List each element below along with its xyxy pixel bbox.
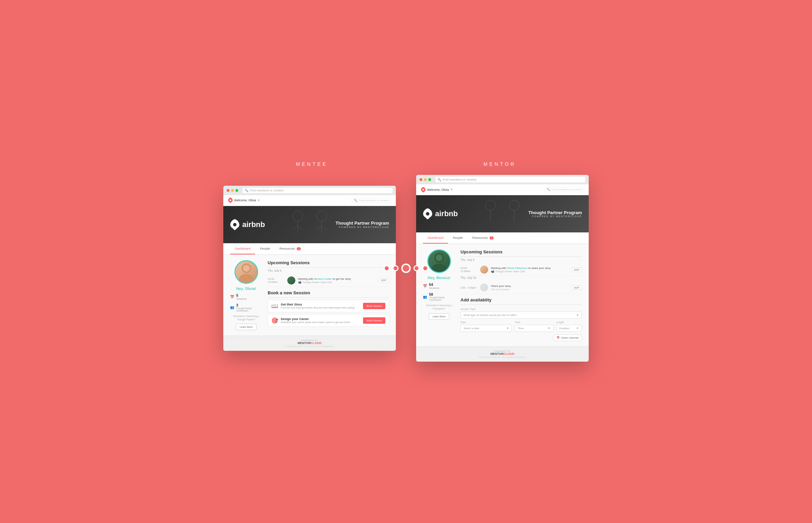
sidebar-mentor: Hey, Monica! 📅 64 Sessions 👥 58 Thought … (423, 249, 455, 341)
hero-content-mentee: airbnb Thought Partner Program POWERED B… (230, 219, 389, 230)
availability-section-mentor: Add availablity Session Type What type o… (461, 297, 582, 341)
people-icon-mentor: 👥 (423, 295, 427, 299)
airbnb-wordmark-mentee: airbnb (242, 220, 265, 229)
svg-point-16 (432, 264, 447, 272)
footer-mentor: POWERED BY MENTORCLOUD © MENTORCLOUD 201… (416, 346, 589, 362)
nav-search-mentee[interactable]: 🔍 Find members or content (351, 198, 391, 203)
time-select[interactable]: Time ▼ (515, 325, 553, 332)
footer-brand-mentor: MENTORCLOUD (419, 352, 585, 356)
app-nav-mentee: Welcome, Olivia ▼ 🔍 Find members or cont… (223, 195, 396, 206)
share-calendar-btn[interactable]: 📅 Share Calendar (554, 335, 582, 341)
connector-dot-1 (384, 265, 390, 271)
tab-people-mentee[interactable]: People (255, 243, 275, 254)
mentor-browser-dot-red (419, 178, 422, 181)
tab-resources-mentee[interactable]: Resources 1 (275, 243, 306, 254)
book-title-mentee: Book a new Session (268, 290, 389, 298)
edit-btn-mentor-0[interactable]: EDIT (572, 268, 582, 272)
session-card-mentee-0: 📖 Get their Story Find out how they got … (268, 300, 389, 312)
hero-logo-mentee: airbnb (230, 219, 265, 230)
session-type-group: Session Type What type of session would … (461, 307, 582, 319)
right-content-mentee: Upcoming Sessions Thu, July 6 10:00 - 11… (268, 260, 389, 330)
right-content-mentor: Upcoming Sessions Thu, July 6 10:00 - 11… (461, 249, 582, 341)
connector-dot-5 (422, 265, 428, 271)
browser-dot-red (227, 189, 229, 192)
browser-url-mentor: 🔍 Find members or content (435, 177, 585, 182)
length-group: Length Duration ▼ (556, 321, 582, 332)
tab-dashboard-mentee[interactable]: Dashboard (230, 243, 255, 254)
stat-sessions-mentor: 📅 64 Sessions (423, 283, 455, 290)
nav-search-mentor[interactable]: 🔍 Find members or content (544, 187, 584, 192)
browser-bar-mentee: 🔍 Find members or content (223, 186, 396, 195)
tabs-bar-mentee: Dashboard People Resources 1 (223, 243, 396, 255)
video-icon-mentor: 📹 (491, 270, 494, 273)
main-content-mentee: Hey, Olivia! 📅 5 Sessions 👥 3 Thought Pa… (223, 255, 396, 336)
upcoming-sessions-mentor: Upcoming Sessions Thu, July 6 10:00 - 11… (461, 249, 582, 294)
stat-sessions-mentee: 📅 5 Sessions (230, 293, 262, 301)
search-icon-mentee: 🔍 (354, 199, 357, 202)
hero-logo-mentor: airbnb (423, 209, 458, 219)
tab-people-mentor[interactable]: People (448, 232, 468, 244)
edit-btn-mentor-1[interactable]: EDIT (572, 286, 582, 290)
avatar-mentor (427, 249, 451, 273)
session-card-mentee-1: 🎯 Design your Career Establish your care… (268, 314, 389, 327)
calendar-icon-mentee: 📅 (230, 295, 234, 299)
learn-more-btn-mentor[interactable]: Learn More (429, 313, 449, 320)
session-item-mentee-0: 10:00 - 11:00am Meeting with Monica Cutt… (268, 274, 389, 287)
welcome-text-mentor: Welcome, Olivia (427, 188, 449, 192)
mentee-browser-window: 🔍 Find members or content Welcome, Olivi… (223, 186, 396, 351)
footer-brand-mentee: MENTORCLOUD (227, 341, 393, 345)
session-avatar-mentor-1 (480, 284, 488, 292)
session-type-mentor-0: 📹 Thought Partner Video Chat (491, 270, 569, 273)
hero-banner-mentee: airbnb Thought Partner Program POWERED B… (223, 206, 396, 243)
career-icon: 🎯 (271, 317, 278, 324)
browser-bar-mentor: 🔍 Find members or content (416, 175, 589, 184)
stat-connections-mentor: 👥 58 Thought PartnerConnections (423, 292, 455, 301)
learn-more-btn-mentee[interactable]: Learn More (236, 324, 256, 330)
stat-connections-mentee: 👥 3 Thought PartnerConnections (230, 303, 262, 312)
hero-program-mentee: Thought Partner Program POWERED BY MENTO… (336, 220, 389, 228)
date-select[interactable]: Select a date ▼ (461, 325, 512, 332)
main-content-mentor: Hey, Monica! 📅 64 Sessions 👥 58 Thought … (416, 244, 589, 346)
avail-title-mentor: Add availablity (461, 297, 582, 305)
edit-btn-mentee-0[interactable]: EDIT (379, 278, 389, 283)
browser-dot-yellow (231, 189, 234, 192)
app-logo-mentor: Welcome, Olivia ▼ (421, 187, 453, 193)
airbnb-nav-icon (228, 198, 233, 203)
session-date-mentee: Thu, July 6 (268, 269, 389, 272)
session-type-select[interactable]: What type of session would you like to o… (461, 311, 582, 319)
session-type-mentee-0: 📹 Thought Partner Video Chat (298, 281, 376, 284)
svg-point-9 (239, 274, 254, 283)
book-btn-mentee-0[interactable]: Book Session (363, 303, 385, 309)
duration-select[interactable]: Duration ▼ (556, 325, 582, 332)
tabs-bar-mentor: Dashboard People Resources 1 (416, 232, 589, 244)
avatar-image-mentor (429, 250, 449, 272)
app-logo-mentee: Welcome, Olivia ▼ (228, 198, 260, 203)
connector-dot-2 (393, 265, 399, 271)
tab-dashboard-mentor[interactable]: Dashboard (423, 232, 448, 244)
partner-text-mentor: Interested in becoming aParticipant? (426, 304, 452, 310)
svg-point-17 (436, 254, 443, 261)
resources-badge-mentee: 1 (297, 247, 301, 250)
greeting-mentor: Hey, Monica! (428, 276, 450, 280)
chevron-down-icon-time: ▼ (548, 327, 551, 330)
greeting-mentee: Hey, Olivia! (236, 287, 256, 291)
calendar-icon-mentor: 📅 (423, 284, 427, 288)
browser-dot-green (235, 189, 238, 192)
mentor-label: MENTOR (484, 161, 516, 167)
airbnb-hero-icon (230, 219, 239, 230)
connector-dot-3 (401, 264, 411, 273)
connector-dot-4 (413, 265, 419, 271)
book-section-mentee: Book a new Session 📖 Get their Story Fin… (268, 290, 389, 329)
avatar-image-mentee (236, 261, 256, 283)
hero-banner-mentor: airbnb Thought Partner Program POWERED B… (416, 195, 589, 232)
session-item-mentor-1: 2:30 - 3:30pm Share your story Not yet b… (461, 282, 582, 294)
sidebar-mentee: Hey, Olivia! 📅 5 Sessions 👥 3 Thought Pa… (230, 260, 262, 330)
chevron-down-icon-date: ▼ (506, 327, 509, 330)
upcoming-title-mentor: Upcoming Sessions (461, 249, 582, 257)
book-btn-mentee-1[interactable]: Book Session (363, 317, 385, 324)
tab-resources-mentor[interactable]: Resources 1 (468, 232, 498, 244)
labels-row: MENTEE MENTOR (296, 161, 516, 167)
calendar-share-icon: 📅 (557, 336, 560, 339)
avatar-mentee (234, 260, 258, 284)
footer-mentee: POWERED BY MENTORCLOUD © MENTORCLOUD 201… (223, 336, 396, 351)
